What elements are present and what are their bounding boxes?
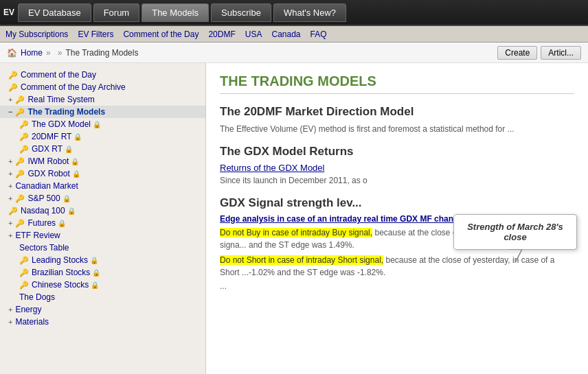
sidebar-label: Sectors Table [19,243,69,253]
sidebar-item-iwm-robot[interactable]: + 🔑 IWM Robot 🔒 [0,155,205,167]
sidebar-label: Energy [15,305,41,314]
expand-icon[interactable]: + [8,231,12,239]
sidebar-label: Futures [27,218,56,228]
section2-title: The GDX Model Returns [220,145,574,159]
expand-icon[interactable]: + [8,182,12,190]
subnav-faq[interactable]: FAQ [310,30,327,39]
sidebar-item-materials[interactable]: + Materials [0,316,205,328]
breadcrumb-home[interactable]: Home [21,48,43,58]
collapse-icon[interactable]: − [8,108,12,116]
sidebar-item-the-dogs[interactable]: The Dogs [0,291,205,303]
section3-title: GDX Signal strength lev... [220,196,574,210]
ellipsis: ... [220,281,574,291]
expand-icon[interactable]: + [8,194,12,202]
lock-icon: 🔒 [74,133,82,141]
sidebar-item-energy[interactable]: + Energy [0,303,205,316]
breadcrumb: 🏠 Home » » The Trading Models Create Art… [0,43,588,63]
sidebar-item-chinese-stocks[interactable]: 🔑 Chinese Stocks 🔒 [0,279,205,291]
sidebar-label: ETF Review [15,231,60,240]
home-icon: 🏠 [7,48,17,58]
key-icon: 🔑 [15,95,25,104]
article-button[interactable]: Articl... [541,46,581,60]
lock-icon: 🔒 [72,170,80,178]
sidebar-item-20dmf-rt[interactable]: 🔑 20DMF RT 🔒 [0,130,205,143]
subnav-usa[interactable]: USA [245,30,262,39]
lock-icon: 🔒 [71,158,79,165]
expand-icon[interactable]: + [8,219,12,227]
sidebar-label: IWM Robot [27,156,69,166]
tooltip-arrow [505,249,525,263]
sidebar-item-gdx-robot[interactable]: + 🔑 GDX Robot 🔒 [0,167,205,180]
breadcrumb-separator: » [46,48,51,58]
lock-icon: 🔒 [67,207,76,215]
key-icon: 🔑 [15,219,25,228]
sidebar-label: Canadian Market [15,181,78,191]
sidebar-item-gdx-rt[interactable]: 🔑 GDX RT 🔒 [0,143,205,155]
sidebar-label: The GDX Model [32,119,91,129]
key-icon: 🔑 [8,83,18,92]
create-button[interactable]: Create [497,46,537,60]
expand-icon[interactable]: + [8,305,12,314]
lock-icon: 🔒 [92,269,100,277]
sidebar: 🔑 Comment of the Day 🔑 Comment of the Da… [0,63,206,374]
sidebar-item-leading-stocks[interactable]: 🔑 Leading Stocks 🔒 [0,254,205,266]
sidebar-label: Leading Stocks [32,255,88,265]
expand-icon[interactable]: + [8,157,12,165]
sidebar-item-comment-archive[interactable]: 🔑 Comment of the Day Archive [0,81,205,93]
sidebar-item-etf-review[interactable]: + ETF Review [0,229,205,242]
sidebar-label: The Trading Models [27,107,105,117]
sidebar-label: 20DMF RT [32,132,71,141]
subnav-comment-of-the-day[interactable]: Comment of the Day [123,30,199,39]
key-icon: 🔑 [8,207,18,215]
sidebar-item-trading-models[interactable]: − 🔑 The Trading Models [0,106,205,118]
subnav-canada[interactable]: Canada [271,30,300,39]
breadcrumb-actions: Create Articl... [497,46,581,60]
lock-icon: 🔒 [63,195,71,202]
subnav-ev-filters[interactable]: EV Filters [78,30,113,39]
breadcrumb-current-page: The Trading Models [65,48,138,58]
tab-ev-database[interactable]: EV Database [18,3,91,22]
sidebar-label: The Dogs [19,292,55,302]
returns-link[interactable]: Returns of the GDX Model [220,163,574,173]
key-icon: 🔑 [19,268,29,277]
section1-title: The 20DMF Market Direction Model [220,105,574,119]
sidebar-label: Brazilian Stocks [32,268,90,277]
sidebar-item-comment-of-day[interactable]: 🔑 Comment of the Day [0,69,205,81]
sub-navigation: My Subscriptions EV Filters Comment of t… [0,26,588,43]
subnav-20dmf[interactable]: 20DMF [208,30,235,39]
lock-icon: 🔒 [90,257,98,264]
highlight-buy-signal: Do not Buy in case of intraday Buy signa… [220,228,372,237]
expand-icon[interactable]: + [8,318,12,326]
sidebar-item-sectors-table[interactable]: Sectors Table [0,242,205,254]
sidebar-item-futures[interactable]: + 🔑 Futures 🔒 [0,217,205,229]
main-layout: 🔑 Comment of the Day 🔑 Comment of the Da… [0,63,588,374]
tab-subscribe[interactable]: Subscribe [211,3,271,22]
tab-forum[interactable]: Forum [93,3,140,22]
key-icon: 🔑 [19,256,29,265]
sidebar-item-brazilian-stocks[interactable]: 🔑 Brazilian Stocks 🔒 [0,266,205,279]
sidebar-label: GDX Robot [27,169,69,178]
content-area: THE TRADING MODELS The 20DMF Market Dire… [206,63,588,374]
expand-icon[interactable]: + [8,95,12,104]
tooltip-bubble: Strength of March 28's close [453,214,577,250]
sidebar-label: GDX RT [32,144,63,154]
sidebar-label: Comment of the Day [21,70,96,80]
sidebar-label: Real Time System [27,95,94,104]
lock-icon: 🔒 [65,145,73,153]
subnav-my-subscriptions[interactable]: My Subscriptions [5,30,68,39]
key-icon: 🔑 [8,71,18,80]
sidebar-item-canadian-market[interactable]: + Canadian Market [0,180,205,192]
sidebar-label: S&P 500 [27,194,60,203]
lock-icon: 🔒 [91,281,99,289]
sidebar-item-gdx-model[interactable]: 🔑 The GDX Model 🔒 [0,118,205,130]
tab-models[interactable]: The Models [142,3,209,22]
tab-whats-new[interactable]: What's New? [273,3,346,22]
key-icon: 🔑 [15,170,25,178]
tooltip-text: Strength of March 28's close [467,222,563,242]
sidebar-item-real-time-system[interactable]: + 🔑 Real Time System [0,93,205,106]
highlight-short-signal: Do not Short in case of intraday Short s… [220,255,383,265]
expand-icon[interactable]: + [8,170,12,178]
sidebar-item-nasdaq100[interactable]: 🔑 Nasdaq 100 🔒 [0,204,205,217]
key-icon: 🔑 [19,145,29,154]
sidebar-item-sp500[interactable]: + 🔑 S&P 500 🔒 [0,192,205,204]
